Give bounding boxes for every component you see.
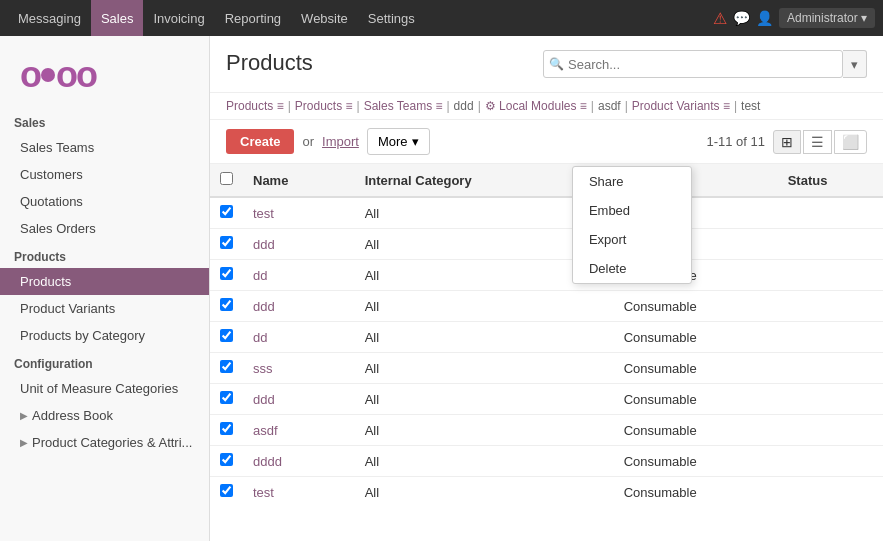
product-name-link[interactable]: ddd bbox=[253, 392, 275, 407]
breadcrumb-products-2[interactable]: Products ≡ bbox=[295, 99, 353, 113]
row-checkbox[interactable] bbox=[220, 236, 233, 249]
sidebar-item-product-variants[interactable]: Product Variants bbox=[0, 295, 209, 322]
dropdown-share[interactable]: Share bbox=[573, 167, 691, 196]
search-input[interactable] bbox=[543, 50, 843, 78]
table-row: dd All Consumable bbox=[210, 260, 883, 291]
nav-website[interactable]: Website bbox=[291, 0, 358, 36]
or-label: or bbox=[302, 134, 314, 149]
table-row: asdf All Consumable bbox=[210, 415, 883, 446]
sidebar-item-sales-orders[interactable]: Sales Orders bbox=[0, 215, 209, 242]
table-row: dddd All Consumable bbox=[210, 446, 883, 477]
row-checkbox[interactable] bbox=[220, 422, 233, 435]
sidebar-item-uom-categories[interactable]: Unit of Measure Categories bbox=[0, 375, 209, 402]
dropdown-delete[interactable]: Delete bbox=[573, 254, 691, 283]
import-button[interactable]: Import bbox=[322, 134, 359, 149]
product-category: All bbox=[355, 353, 579, 384]
admin-menu-button[interactable]: Administrator ▾ bbox=[779, 8, 875, 28]
breadcrumb-sep-2: | bbox=[357, 99, 360, 113]
breadcrumb-sales-teams[interactable]: Sales Teams ≡ bbox=[364, 99, 443, 113]
product-name-link[interactable]: asdf bbox=[253, 423, 278, 438]
product-name-link[interactable]: dddd bbox=[253, 454, 282, 469]
product-name-link[interactable]: dd bbox=[253, 268, 267, 283]
table-row: ddd All umable bbox=[210, 229, 883, 260]
alert-icon[interactable]: ⚠ bbox=[713, 9, 727, 28]
product-name-link[interactable]: ddd bbox=[253, 299, 275, 314]
breadcrumb: Products ≡ | Products ≡ | Sales Teams ≡ … bbox=[210, 93, 883, 120]
sidebar-item-products-by-category[interactable]: Products by Category bbox=[0, 322, 209, 349]
view-kanban-button[interactable]: ⊞ bbox=[773, 130, 801, 154]
row-checkbox[interactable] bbox=[220, 484, 233, 497]
view-toggle: ⊞ ☰ ⬜ bbox=[773, 130, 867, 154]
breadcrumb-sep-7: | bbox=[734, 99, 737, 113]
product-ct-type: Consumable bbox=[614, 415, 778, 446]
header-internal-category: Internal Category bbox=[355, 164, 579, 197]
sidebar-item-products[interactable]: Products bbox=[0, 268, 209, 295]
row-checkbox[interactable] bbox=[220, 329, 233, 342]
sidebar-item-quotations[interactable]: Quotations bbox=[0, 188, 209, 215]
view-list-button[interactable]: ☰ bbox=[803, 130, 832, 154]
dropdown-export[interactable]: Export bbox=[573, 225, 691, 254]
top-nav: Messaging Sales Invoicing Reporting Webs… bbox=[0, 0, 883, 36]
table-row: dd All Consumable bbox=[210, 322, 883, 353]
product-status bbox=[778, 322, 883, 353]
create-button[interactable]: Create bbox=[226, 129, 294, 154]
sidebar-item-sales-teams[interactable]: Sales Teams bbox=[0, 134, 209, 161]
chevron-right-icon: ▶ bbox=[20, 410, 28, 421]
table-row: ddd All Consumable bbox=[210, 384, 883, 415]
product-name-link[interactable]: ddd bbox=[253, 237, 275, 252]
breadcrumb-test: test bbox=[741, 99, 760, 113]
odoo-logo: o o o bbox=[0, 36, 209, 108]
product-ct-type: Consumable bbox=[614, 446, 778, 477]
breadcrumb-sep-4: | bbox=[478, 99, 481, 113]
search-bar-wrapper: 🔍 ▾ bbox=[543, 50, 867, 78]
more-dropdown-menu: Share Embed Export Delete bbox=[572, 166, 692, 284]
nav-reporting[interactable]: Reporting bbox=[215, 0, 291, 36]
row-checkbox[interactable] bbox=[220, 298, 233, 311]
product-status bbox=[778, 260, 883, 291]
sidebar-item-product-categories[interactable]: ▶ Product Categories & Attri... bbox=[0, 429, 209, 456]
product-ct-type: Consumable bbox=[614, 322, 778, 353]
sidebar-item-customers[interactable]: Customers bbox=[0, 161, 209, 188]
row-checkbox[interactable] bbox=[220, 453, 233, 466]
product-status bbox=[778, 446, 883, 477]
product-status bbox=[778, 197, 883, 229]
breadcrumb-ddd: ddd bbox=[454, 99, 474, 113]
breadcrumb-sep-1: | bbox=[288, 99, 291, 113]
nav-settings[interactable]: Settings bbox=[358, 0, 425, 36]
view-form-button[interactable]: ⬜ bbox=[834, 130, 867, 154]
product-status bbox=[778, 477, 883, 506]
dropdown-embed[interactable]: Embed bbox=[573, 196, 691, 225]
breadcrumb-product-variants[interactable]: Product Variants ≡ bbox=[632, 99, 730, 113]
product-name-link[interactable]: test bbox=[253, 485, 274, 500]
product-name-link[interactable]: test bbox=[253, 206, 274, 221]
chat-icon[interactable]: 💬 bbox=[733, 10, 750, 26]
more-button[interactable]: More ▾ bbox=[367, 128, 430, 155]
breadcrumb-products-1[interactable]: Products ≡ bbox=[226, 99, 284, 113]
breadcrumb-local-modules[interactable]: ⚙ Local Modules ≡ bbox=[485, 99, 587, 113]
nav-invoicing[interactable]: Invoicing bbox=[143, 0, 214, 36]
table-row: sss All Consumable bbox=[210, 353, 883, 384]
product-category: All bbox=[355, 384, 579, 415]
row-checkbox[interactable] bbox=[220, 205, 233, 218]
product-category: All bbox=[355, 260, 579, 291]
row-checkbox[interactable] bbox=[220, 391, 233, 404]
pagination-info: 1-11 of 11 ⊞ ☰ ⬜ bbox=[706, 130, 867, 154]
product-name-link[interactable]: dd bbox=[253, 330, 267, 345]
chevron-right-icon-2: ▶ bbox=[20, 437, 28, 448]
nav-sales[interactable]: Sales bbox=[91, 0, 144, 36]
sidebar-item-address-book[interactable]: ▶ Address Book bbox=[0, 402, 209, 429]
select-all-checkbox[interactable] bbox=[220, 172, 233, 185]
row-checkbox[interactable] bbox=[220, 267, 233, 280]
product-status bbox=[778, 291, 883, 322]
product-category: All bbox=[355, 322, 579, 353]
row-checkbox[interactable] bbox=[220, 360, 233, 373]
user-icon[interactable]: 👤 bbox=[756, 10, 773, 26]
product-name-link[interactable]: sss bbox=[253, 361, 273, 376]
search-dropdown-button[interactable]: ▾ bbox=[843, 50, 867, 78]
nav-messaging[interactable]: Messaging bbox=[8, 0, 91, 36]
header-status: Status bbox=[778, 164, 883, 197]
sidebar-section-products: Products bbox=[0, 242, 209, 268]
header-name: Name bbox=[243, 164, 355, 197]
table-wrapper: Name Internal Category ct Type Status te… bbox=[210, 164, 883, 505]
product-category: All bbox=[355, 477, 579, 506]
